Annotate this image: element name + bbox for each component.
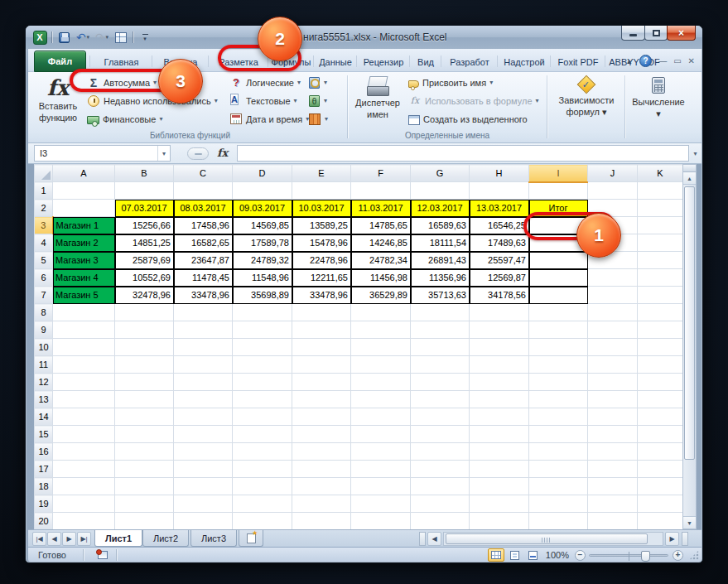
workbook-minimize-icon[interactable]: — — [658, 57, 667, 65]
financial-button[interactable]: Финансовые▾ — [84, 110, 165, 128]
cell-B9[interactable] — [115, 321, 174, 339]
cell-G11[interactable] — [411, 356, 470, 374]
record-macro-button[interactable] — [94, 549, 111, 561]
cell-G7[interactable]: 35713,63 — [411, 287, 470, 304]
cell-K15[interactable] — [638, 426, 683, 443]
cell-B6[interactable]: 10552,69 — [115, 269, 174, 287]
cell-I13[interactable] — [529, 391, 588, 408]
cell-C17[interactable] — [174, 461, 233, 478]
cell-B4[interactable]: 14851,25 — [115, 234, 174, 252]
cell-A6[interactable]: Магазин 4 — [53, 269, 115, 287]
column-header-A[interactable]: A — [53, 165, 115, 182]
cell-E6[interactable]: 12211,65 — [292, 269, 351, 287]
cell-B5[interactable]: 25879,69 — [115, 252, 174, 269]
view-page-break-button[interactable] — [524, 548, 541, 562]
row-header-17[interactable]: 17 — [35, 461, 53, 478]
cell-F3[interactable]: 14785,65 — [351, 217, 411, 234]
cell-C20[interactable] — [174, 513, 233, 530]
cell-G9[interactable] — [411, 321, 470, 339]
cell-F15[interactable] — [351, 426, 411, 443]
cell-G3[interactable]: 16589,63 — [411, 217, 470, 234]
cell-E12[interactable] — [292, 374, 351, 391]
cell-I12[interactable] — [529, 374, 588, 391]
cell-H15[interactable] — [470, 426, 529, 443]
cell-G14[interactable] — [411, 408, 470, 426]
cell-D9[interactable] — [233, 321, 292, 339]
cell-D16[interactable] — [233, 443, 292, 461]
cell-H8[interactable] — [470, 304, 529, 321]
close-button[interactable]: × — [667, 26, 696, 41]
quick-table-button[interactable] — [113, 30, 128, 45]
cell-D8[interactable] — [233, 304, 292, 321]
cell-F16[interactable] — [351, 443, 411, 461]
minimize-ribbon-icon[interactable]: ▲ — [625, 57, 633, 65]
formula-input[interactable] — [237, 145, 689, 162]
cell-G2[interactable]: 12.03.2017 — [411, 200, 470, 217]
cell-B3[interactable]: 15256,66 — [115, 217, 174, 234]
cell-F18[interactable] — [351, 478, 411, 495]
cell-F4[interactable]: 14246,85 — [351, 234, 411, 252]
cell-K12[interactable] — [638, 374, 683, 391]
row-header-20[interactable]: 20 — [35, 513, 53, 530]
cell-A20[interactable] — [53, 513, 115, 530]
row-header-10[interactable]: 10 — [35, 339, 53, 356]
column-header-B[interactable]: B — [115, 165, 174, 182]
expand-formula-bar-icon[interactable]: ▾ — [690, 145, 701, 162]
cell-F10[interactable] — [351, 339, 411, 356]
cell-K8[interactable] — [638, 304, 683, 321]
horizontal-scrollbar[interactable] — [443, 532, 663, 546]
use-in-formula-button[interactable]: fx Использовать в формуле▾ — [406, 92, 542, 109]
insert-function-fx-button[interactable]: fx — [217, 147, 228, 159]
cell-C11[interactable] — [174, 356, 233, 374]
cell-G17[interactable] — [411, 461, 470, 478]
zoom-out-button[interactable]: − — [575, 550, 586, 561]
cell-G18[interactable] — [411, 478, 470, 495]
cell-K13[interactable] — [638, 391, 683, 408]
customize-qat-button[interactable]: ▾ — [137, 30, 152, 45]
cell-C4[interactable]: 16582,65 — [174, 234, 233, 252]
cell-A7[interactable]: Магазин 5 — [53, 287, 115, 304]
tab-review[interactable]: Рецензир — [359, 52, 408, 71]
tab-split-handle[interactable] — [419, 532, 426, 546]
column-header-J[interactable]: J — [588, 165, 638, 182]
cell-E14[interactable] — [292, 408, 351, 426]
cell-D5[interactable]: 24789,32 — [233, 252, 292, 269]
vertical-scrollbar[interactable]: ▲ ▼ — [682, 164, 697, 529]
cell-E20[interactable] — [292, 513, 351, 530]
column-header-D[interactable]: D — [233, 165, 292, 182]
cell-C16[interactable] — [174, 443, 233, 461]
cell-H17[interactable] — [470, 461, 529, 478]
math-trig-button[interactable]: θ▾ — [306, 92, 330, 109]
cell-J16[interactable] — [588, 443, 638, 461]
row-header-19[interactable]: 19 — [35, 495, 53, 513]
restore-button[interactable] — [644, 26, 668, 41]
cell-A15[interactable] — [53, 426, 115, 443]
cell-J10[interactable] — [588, 339, 638, 356]
workbook-close-icon[interactable]: ✕ — [688, 57, 695, 65]
cell-D1[interactable] — [233, 182, 292, 200]
cell-I5[interactable] — [529, 252, 588, 269]
name-box[interactable]: I3 ▾ — [34, 145, 171, 162]
cell-H3[interactable]: 16546,25 — [470, 217, 529, 234]
cell-I1[interactable] — [529, 182, 588, 200]
column-header-H[interactable]: H — [470, 165, 529, 182]
next-sheet-button[interactable]: ▶ — [62, 532, 76, 546]
cell-B10[interactable] — [115, 339, 174, 356]
cell-G8[interactable] — [411, 304, 470, 321]
sheet-tab-list2[interactable]: Лист2 — [142, 530, 189, 547]
create-from-selection-button[interactable]: Создать из выделенного — [406, 110, 530, 128]
recently-used-button[interactable]: Недавно использовались▾ — [84, 92, 220, 109]
cell-I19[interactable] — [529, 495, 588, 513]
cell-I9[interactable] — [529, 321, 588, 339]
view-page-layout-button[interactable] — [506, 548, 523, 562]
cell-C18[interactable] — [174, 478, 233, 495]
cell-G12[interactable] — [411, 374, 470, 391]
cell-F13[interactable] — [351, 391, 411, 408]
save-button[interactable] — [56, 30, 71, 45]
tab-developer[interactable]: Разработ — [443, 52, 496, 71]
name-box-dropdown-icon[interactable]: ▾ — [157, 146, 170, 161]
cell-J1[interactable] — [588, 182, 638, 200]
hscroll-right-icon[interactable]: ▶ — [665, 532, 679, 546]
cell-B17[interactable] — [115, 461, 174, 478]
cell-K18[interactable] — [638, 478, 683, 495]
